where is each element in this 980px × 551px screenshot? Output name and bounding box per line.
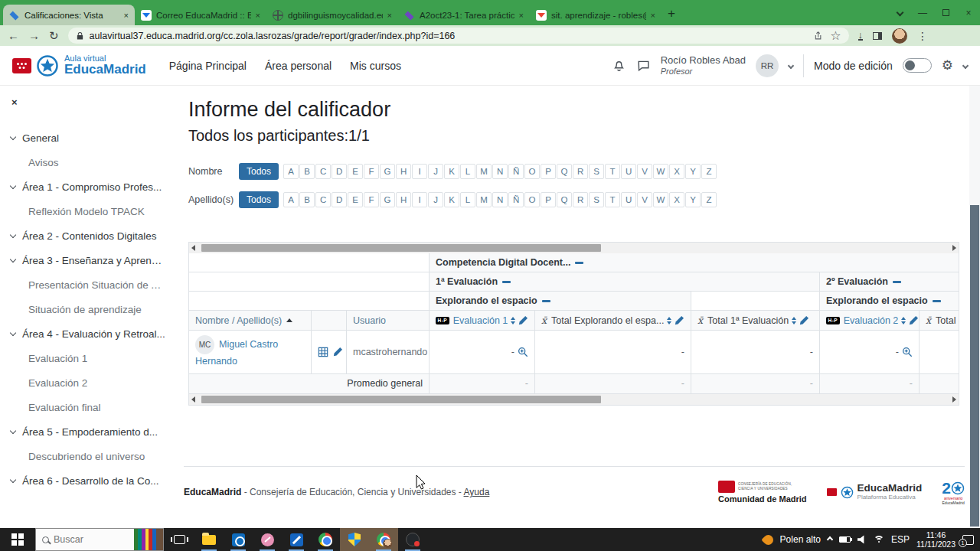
maximize-button[interactable] (934, 0, 957, 25)
educamadrid-logo-icon[interactable] (36, 54, 59, 77)
sidebar-close-icon[interactable]: × (11, 96, 18, 108)
sort-icon[interactable] (792, 317, 796, 324)
browser-tab[interactable]: sit. aprendizaje - robles@zolas × (530, 5, 662, 25)
name-filter-letter-button[interactable]: Q (557, 164, 572, 179)
username-column-header[interactable]: Usuario (347, 311, 430, 331)
battery-icon[interactable] (839, 536, 851, 543)
sort-icon[interactable] (667, 317, 671, 324)
action-center-icon[interactable]: 1 (962, 535, 974, 545)
name-filter-letter-button[interactable]: R (573, 164, 588, 179)
category-label[interactable]: Explorando el espacio (436, 295, 537, 306)
chevron-down-icon[interactable] (10, 329, 16, 335)
name-filter-letter-button[interactable]: J (428, 164, 443, 179)
keyboard-language[interactable]: ESP (891, 534, 910, 545)
sidebar-entry[interactable]: Presentación Situación de A... (0, 272, 176, 297)
notifications-bell-icon[interactable] (612, 58, 626, 73)
surname-filter-letter-button[interactable]: B (299, 192, 315, 207)
surname-filter-letter-button[interactable]: V (637, 192, 652, 207)
surname-filter-letter-button[interactable]: A (283, 192, 299, 207)
sidebar-entry[interactable]: Evaluación 2 (0, 370, 176, 395)
nav-link[interactable]: Área personal (265, 60, 332, 72)
surname-filter-letter-button[interactable]: Q (557, 192, 572, 207)
surname-filter-all-button[interactable]: Todos (239, 191, 279, 208)
name-filter-letter-button[interactable]: A (283, 164, 299, 179)
taskbar-app-icon[interactable] (224, 528, 253, 551)
edit-pencil-icon[interactable] (909, 315, 919, 325)
address-bar[interactable]: aulavirtual37.educa.madrid.org/cc.zola.l… (68, 28, 849, 44)
new-tab-button[interactable]: + (662, 4, 681, 24)
taskbar-app-icon[interactable] (398, 528, 427, 551)
table-scrollbar-top[interactable] (189, 243, 959, 253)
sidebar-entry[interactable]: Área 5 - Empoderamiento d... (0, 419, 176, 444)
chevron-down-icon[interactable] (10, 256, 16, 262)
edit-pencil-icon[interactable] (518, 315, 528, 325)
share-icon[interactable] (812, 31, 822, 41)
tray-expand-icon[interactable] (827, 536, 833, 543)
surname-filter-letter-button[interactable]: P (541, 192, 556, 207)
name-filter-letter-button[interactable]: Y (685, 164, 701, 179)
edit-mode-toggle[interactable] (903, 58, 932, 73)
name-filter-letter-button[interactable]: U (621, 164, 636, 179)
surname-filter-letter-button[interactable]: X (669, 192, 684, 207)
name-filter-letter-button[interactable]: L (460, 164, 475, 179)
name-filter-letter-button[interactable]: G (380, 164, 395, 179)
category-label[interactable]: Explorando el espacio (826, 295, 928, 306)
surname-filter-letter-button[interactable]: O (524, 192, 540, 207)
reload-button[interactable]: ↻ (49, 30, 59, 41)
sidebar-entry[interactable]: Área 4 - Evaluación y Retroal... (0, 321, 176, 346)
sort-icon[interactable] (901, 317, 906, 324)
scrollbar-thumb[interactable] (201, 396, 601, 403)
collapse-icon[interactable] (893, 281, 901, 283)
page-scrollbar[interactable] (969, 86, 980, 528)
name-filter-letter-button[interactable]: F (364, 164, 379, 179)
back-button[interactable]: ← (8, 30, 19, 41)
close-window-button[interactable]: × (957, 0, 980, 25)
chevron-down-icon[interactable] (10, 182, 16, 188)
weather-label[interactable]: Polen alto (780, 534, 821, 545)
user-avatar[interactable]: RR (756, 54, 779, 77)
surname-filter-letter-button[interactable]: K (444, 192, 459, 207)
settings-chevron-icon[interactable] (962, 62, 969, 68)
taskbar-app-icon[interactable] (340, 528, 369, 551)
surname-filter-letter-button[interactable]: U (621, 192, 636, 207)
sort-icon[interactable] (511, 317, 515, 324)
taskbar-search[interactable] (35, 528, 164, 551)
surname-filter-letter-button[interactable]: Z (701, 192, 717, 207)
name-filter-letter-button[interactable]: P (541, 164, 556, 179)
taskbar-app-icon[interactable] (369, 528, 398, 551)
edit-pencil-icon[interactable] (333, 347, 343, 357)
surname-filter-letter-button[interactable]: H (396, 192, 411, 207)
sidebar-entry[interactable]: Avisos (0, 150, 176, 174)
name-filter-letter-button[interactable]: K (444, 164, 459, 179)
name-filter-letter-button[interactable]: M (476, 164, 492, 179)
sidebar-entry[interactable]: Área 6 - Desarrollo de la Co... (0, 468, 176, 493)
surname-filter-letter-button[interactable]: J (428, 192, 443, 207)
sidebar-entry[interactable]: Descubriendo el universo (0, 444, 176, 468)
browser-tab[interactable]: dgbilinguismoycalidad.educa.m × (266, 5, 398, 25)
collapse-icon[interactable] (575, 262, 583, 264)
logo-text[interactable]: Aula virtual EducaMadrid (64, 54, 146, 77)
url-text[interactable]: aulavirtual37.educa.madrid.org/cc.zola.l… (90, 31, 808, 41)
surname-filter-letter-button[interactable]: M (476, 192, 492, 207)
surname-filter-letter-button[interactable]: G (380, 192, 395, 207)
split-screen-icon[interactable] (873, 32, 882, 40)
name-filter-letter-button[interactable]: I (412, 164, 427, 179)
surname-filter-letter-button[interactable]: Ñ (508, 192, 524, 207)
surname-filter-letter-button[interactable]: N (492, 192, 508, 207)
tab-close-icon[interactable]: × (519, 11, 524, 20)
sidebar-entry[interactable]: Reflexión Modelo TPACK (0, 199, 176, 223)
sidebar-entry[interactable]: Situación de aprendizaje (0, 297, 176, 321)
surname-filter-letter-button[interactable]: D (332, 192, 347, 207)
taskbar-app-icon[interactable] (253, 528, 282, 551)
surname-filter-letter-button[interactable]: E (348, 192, 363, 207)
start-button[interactable] (0, 528, 35, 551)
user-menu-chevron-icon[interactable] (788, 62, 794, 68)
name-filter-letter-button[interactable]: B (299, 164, 315, 179)
scroll-left-icon[interactable] (191, 396, 195, 403)
taskbar-app-icon[interactable] (194, 528, 224, 551)
tab-close-icon[interactable]: × (387, 11, 392, 20)
collapse-icon[interactable] (542, 300, 550, 302)
zoom-in-icon[interactable] (518, 347, 528, 357)
nav-link[interactable]: Mis cursos (350, 60, 401, 72)
messages-icon[interactable] (636, 58, 651, 73)
